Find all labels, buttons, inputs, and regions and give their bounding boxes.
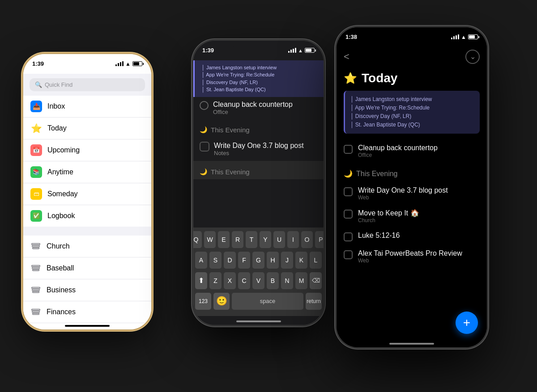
key-p[interactable]: P [315,231,324,248]
phone-right: 1:38 ▲ < ⌄ [336,26,488,348]
baseball-label: Baseball [47,264,74,272]
key-e[interactable]: E [218,231,230,248]
key-n[interactable]: N [281,272,293,289]
key-space[interactable]: space [232,293,303,310]
anytime-icon: 📚 [30,166,42,178]
key-123[interactable]: 123 [195,293,211,310]
key-a[interactable]: A [195,252,207,269]
checkbox-write-right[interactable] [344,187,353,196]
checkbox-alex-right[interactable] [344,250,353,259]
cal-event-1-mid: │ James Langston setup interview [201,64,317,72]
area-item-finances[interactable]: Finances [23,301,151,323]
area-item-baseball[interactable]: Baseball [23,257,151,279]
key-t[interactable]: T [246,231,257,248]
someday-label: Someday [47,190,78,198]
area-item-church[interactable]: Church [23,236,151,257]
svg-rect-10 [32,311,40,312]
write-task-mid[interactable]: Write Day One 3.7 blog post Notes [193,137,324,161]
battery-icon-mid [305,48,315,53]
home-bar-right [389,343,434,345]
today-label: Today [47,124,67,132]
task-sub-move-right: Church [358,217,419,223]
task-luke-right[interactable]: Luke 5:12-16 [337,228,487,245]
battery-icon-right [468,34,478,39]
checkbox-luke-right[interactable] [344,232,353,241]
home-bar-left [65,325,110,327]
write-task-name-mid: Write Day One 3.7 blog post [214,142,304,150]
kb-row-3: ⬆ Z X C V B N M ⌫ [195,272,322,289]
task-move-right[interactable]: Move to Keep It 🏠 Church [337,205,487,228]
svg-rect-0 [32,243,40,244]
search-icon: 🔍 [35,81,42,88]
key-b[interactable]: B [267,272,279,289]
key-w[interactable]: W [204,231,216,248]
task-cleanup-right[interactable]: Cleanup back countertop Office [337,140,487,162]
task-write-right[interactable]: Write Day One 3.7 blog post Web [337,182,487,205]
home-area-icon [30,329,41,329]
kb-row-1: Q W E R T Y U I O P [195,231,322,248]
time-mid: 1:39 [202,47,214,54]
key-z[interactable]: Z [209,272,222,289]
task-sub-alex-right: Web [358,257,462,264]
phone-left: 1:39 ▲ 🔍 Quick Find [22,53,152,330]
left-screen: 🔍 Quick Find 📥 Inbox ⭐ Today 📅 Upcoming [23,74,151,329]
key-y[interactable]: Y [260,231,271,248]
key-m[interactable]: M [295,272,307,289]
key-l[interactable]: L [310,252,322,269]
key-r[interactable]: R [232,231,243,248]
task-name-luke-right: Luke 5:12-16 [358,232,400,240]
nav-item-today[interactable]: ⭐ Today [23,118,151,139]
key-u[interactable]: U [273,231,285,248]
evening-label-right: This Evening [356,170,398,178]
back-button[interactable]: < [344,51,349,63]
checkbox-move-right[interactable] [344,210,353,219]
write-task-sub-mid: Notes [214,150,304,156]
notch-right [383,27,441,39]
business-label: Business [47,286,76,294]
key-i[interactable]: I [287,231,299,248]
checkbox-cleanup-mid[interactable] [200,101,209,110]
key-d[interactable]: D [224,252,236,269]
nav-item-upcoming[interactable]: 📅 Upcoming [23,139,151,161]
star-icon: ⭐ [344,72,357,84]
key-delete[interactable]: ⌫ [310,272,322,289]
key-h[interactable]: H [267,252,279,269]
key-shift[interactable]: ⬆ [195,272,207,289]
add-task-button[interactable]: + [456,312,478,334]
key-k[interactable]: K [295,252,307,269]
key-o[interactable]: O [301,231,313,248]
search-bar[interactable]: 🔍 Quick Find [30,78,145,91]
key-x[interactable]: X [224,272,236,289]
nav-item-anytime[interactable]: 📚 Anytime [23,161,151,183]
evening-header-mid: 🌙 This Evening [193,119,324,137]
nav-item-someday[interactable]: 🗃 Someday [23,183,151,205]
key-v[interactable]: V [252,272,264,289]
key-emoji[interactable]: 🙂 [213,293,230,310]
key-f[interactable]: F [238,252,250,269]
key-return[interactable]: return [306,293,322,310]
key-c[interactable]: C [238,272,250,289]
task-name-write-right: Write Day One 3.7 blog post [358,186,448,194]
task-item-cleanup-mid[interactable]: Cleanup back countertop Office [193,97,324,119]
church-label: Church [47,242,70,250]
key-g[interactable]: G [252,252,264,269]
key-q[interactable]: Q [193,231,202,248]
checkbox-write-mid[interactable] [200,142,209,152]
circle-check-button[interactable]: ⌄ [465,50,480,64]
key-s[interactable]: S [209,252,222,269]
mid-screen: │ James Langston setup interview │ App W… [193,60,324,325]
anytime-label: Anytime [47,168,73,176]
key-j[interactable]: J [281,252,293,269]
task-alex-right[interactable]: Alex Tai PowerBeats Pro Review Web [337,245,487,268]
area-item-business[interactable]: Business [23,279,151,301]
nav-item-logbook[interactable]: ✅ Logbook [23,205,151,227]
moon-icon-mid2: 🌙 [200,168,207,175]
finances-label: Finances [47,308,76,316]
today-title: ⭐ Today [337,69,487,91]
phone-mid: 1:39 ▲ │ James Langston setup interview … [192,40,324,326]
task-name-move-right: Move to Keep It 🏠 [358,209,419,217]
nav-item-inbox[interactable]: 📥 Inbox [23,96,151,118]
wifi-icon-right: ▲ [461,34,466,40]
upcoming-label: Upcoming [47,146,80,154]
checkbox-cleanup-right[interactable] [344,145,353,154]
